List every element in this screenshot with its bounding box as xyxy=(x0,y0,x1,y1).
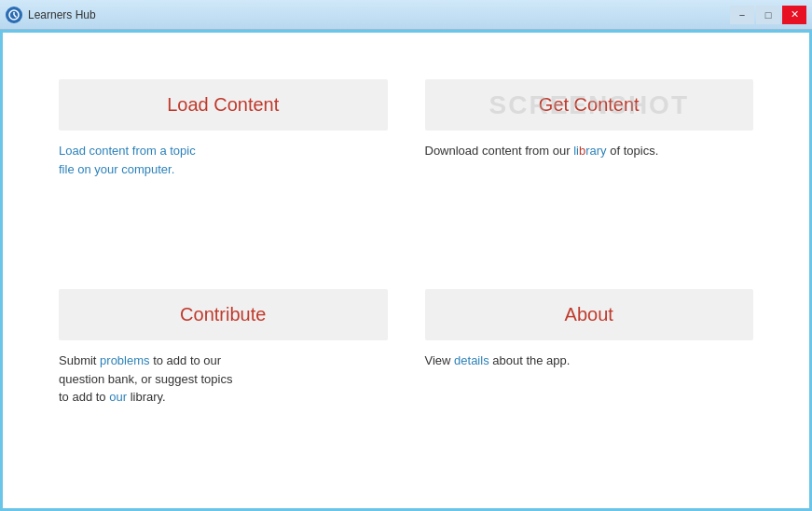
close-button[interactable]: ✕ xyxy=(782,6,806,24)
about-desc: View details about the app. xyxy=(425,352,754,370)
get-content-desc: Download content from our library of top… xyxy=(425,142,754,160)
about-text2: about the app. xyxy=(489,353,571,367)
load-content-desc: Load content from a topicfile on your co… xyxy=(59,142,388,178)
contribute-desc: Submit problems to add to ourquestion ba… xyxy=(59,352,388,407)
about-text1: View xyxy=(425,353,455,367)
load-content-button[interactable]: Load Content xyxy=(59,79,388,131)
window-border: Load Content Load content from a topicfi… xyxy=(0,30,812,511)
load-content-desc-link: Load content from a topicfile on your co… xyxy=(59,144,196,176)
about-card[interactable]: About View details about the app. xyxy=(425,289,754,462)
contribute-text3: library. xyxy=(127,390,166,404)
contribute-card[interactable]: Contribute Submit problems to add to our… xyxy=(59,289,388,462)
about-button[interactable]: About xyxy=(425,289,754,340)
get-content-card[interactable]: Get Content SCREENSHOT Download content … xyxy=(425,79,754,252)
svg-line-2 xyxy=(14,15,17,18)
get-content-button[interactable]: Get Content SCREENSHOT xyxy=(425,79,754,131)
get-content-desc-text1: Download content from our xyxy=(425,144,574,158)
contribute-link1: problems xyxy=(100,353,149,367)
titlebar: Learners Hub − □ ✕ xyxy=(0,0,812,30)
window-controls: − □ ✕ xyxy=(730,6,806,24)
load-content-title: Load Content xyxy=(167,94,279,115)
restore-button[interactable]: □ xyxy=(756,6,780,24)
contribute-button[interactable]: Contribute xyxy=(59,289,388,340)
about-title: About xyxy=(565,304,613,325)
contribute-text1: Submit xyxy=(59,353,100,367)
get-content-desc-text2: of topics. xyxy=(607,144,659,158)
get-content-desc-link: library xyxy=(573,144,606,158)
contribute-title: Contribute xyxy=(180,304,266,325)
load-content-card[interactable]: Load Content Load content from a topicfi… xyxy=(59,79,388,252)
app-icon xyxy=(6,7,22,23)
titlebar-left: Learners Hub xyxy=(6,7,96,23)
main-content: Load Content Load content from a topicfi… xyxy=(3,33,809,508)
contribute-link2: our xyxy=(109,390,127,404)
about-link: details xyxy=(454,353,489,367)
window-title: Learners Hub xyxy=(28,8,96,21)
minimize-button[interactable]: − xyxy=(730,6,754,24)
get-content-title: Get Content xyxy=(539,94,640,115)
